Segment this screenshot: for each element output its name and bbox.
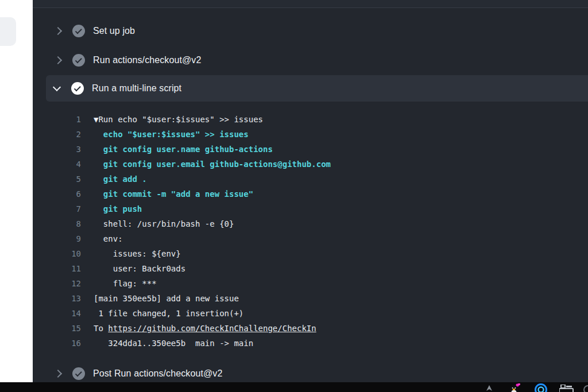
log-line: 12 flag: *** bbox=[33, 276, 588, 291]
log-line-content: [main 350ee5b] add a new issue bbox=[94, 291, 239, 306]
log-line: 3 git config user.name github-actions bbox=[33, 142, 588, 157]
line-number[interactable]: 9 bbox=[33, 231, 81, 246]
line-number[interactable]: 2 bbox=[33, 127, 81, 142]
line-number[interactable]: 14 bbox=[33, 306, 81, 321]
log-text: flag: *** bbox=[94, 279, 157, 288]
panel-header-band bbox=[33, 0, 588, 8]
log-line-content: user: Backr0ads bbox=[94, 261, 185, 276]
step-row-set-up-job[interactable]: Set up job bbox=[33, 18, 588, 44]
log-line: 14 1 file changed, 1 insertion(+) bbox=[33, 306, 588, 321]
line-number[interactable]: 11 bbox=[33, 261, 81, 276]
chevron-down-icon[interactable] bbox=[53, 83, 61, 91]
log-line: 1▼Run echo "$user:$issues" >> issues bbox=[33, 112, 588, 127]
partial-circle-icon[interactable] bbox=[581, 385, 588, 392]
log-text: git config user.name github-actions bbox=[94, 145, 273, 154]
printer-icon[interactable] bbox=[559, 385, 575, 392]
log-text: 1 file changed, 1 insertion(+) bbox=[94, 309, 243, 318]
log-line-content: git push bbox=[94, 201, 142, 216]
step-row-run-a-multi-line-script[interactable]: Run a multi-line script bbox=[46, 75, 588, 102]
line-number[interactable]: 4 bbox=[33, 157, 81, 172]
log-link[interactable]: https://github.com/CheckInChallenge/Chec… bbox=[108, 324, 316, 333]
check-circle-icon bbox=[71, 82, 84, 95]
log-line: 13[main 350ee5b] add a new issue bbox=[33, 291, 588, 306]
screen: Set up jobRun actions/checkout@v2Run a m… bbox=[0, 0, 588, 392]
paper-plane-icon[interactable] bbox=[486, 385, 493, 392]
step-row-post-run-actions-checkout-v2[interactable]: Post Run actions/checkout@v2 bbox=[33, 360, 588, 382]
log-line: 6 git commit -m "add a new issue" bbox=[33, 187, 588, 201]
line-number[interactable]: 7 bbox=[33, 201, 81, 216]
check-circle-icon bbox=[72, 25, 85, 37]
step-label: Run actions/checkout@v2 bbox=[93, 55, 201, 65]
log-text: Run echo "$user:$issues" >> issues bbox=[98, 115, 263, 124]
log-text: git config user.email github-actions@git… bbox=[94, 160, 331, 169]
log-text: To bbox=[94, 324, 108, 333]
log-line-content: flag: *** bbox=[94, 276, 157, 291]
chevron-right-icon[interactable] bbox=[54, 369, 62, 377]
log-line-content: 324dda1..350ee5b main -> main bbox=[94, 336, 253, 351]
log-text: user: Backr0ads bbox=[94, 264, 185, 273]
windows-taskbar bbox=[0, 382, 588, 392]
log-line: 7 git push bbox=[33, 201, 588, 216]
check-circle-icon bbox=[72, 367, 85, 380]
log-line: 2 echo "$user:$issues" >> issues bbox=[33, 127, 588, 142]
check-circle-icon bbox=[72, 54, 85, 67]
step-label: Post Run actions/checkout@v2 bbox=[93, 368, 222, 379]
log-line-content: echo "$user:$issues" >> issues bbox=[94, 127, 249, 142]
log-text: [main 350ee5b] add a new issue bbox=[94, 294, 239, 303]
log-text: git push bbox=[94, 204, 142, 214]
at-circle-icon[interactable] bbox=[534, 383, 548, 392]
line-number[interactable]: 8 bbox=[33, 216, 81, 231]
log-line: 5 git add . bbox=[33, 172, 588, 187]
log-line-content: git commit -m "add a new issue" bbox=[94, 187, 253, 201]
log-text: git add . bbox=[94, 174, 147, 184]
chevron-right-icon[interactable] bbox=[54, 26, 62, 34]
step-row-run-actions-checkout-v2[interactable]: Run actions/checkout@v2 bbox=[33, 47, 588, 73]
line-number[interactable]: 12 bbox=[33, 276, 81, 291]
log-line-content: git config user.name github-actions bbox=[94, 142, 273, 157]
steps-list: Set up jobRun actions/checkout@v2Run a m… bbox=[33, 18, 588, 382]
log-line: 8 shell: /usr/bin/bash -e {0} bbox=[33, 216, 588, 231]
step-label: Run a multi-line script bbox=[92, 83, 181, 94]
log-text: shell: /usr/bin/bash -e {0} bbox=[94, 219, 234, 228]
log-line-content: issues: ${env} bbox=[94, 246, 181, 261]
line-number[interactable]: 6 bbox=[33, 187, 81, 201]
log-line: 15To https://github.com/CheckInChallenge… bbox=[33, 321, 588, 336]
chevron-right-icon[interactable] bbox=[54, 56, 62, 64]
penguin-icon[interactable] bbox=[509, 383, 520, 392]
log-text: git commit -m "add a new issue" bbox=[94, 189, 253, 199]
log-line: 9 env: bbox=[33, 231, 588, 246]
log-line: 16 324dda1..350ee5b main -> main bbox=[33, 336, 588, 351]
log-line: 4 git config user.email github-actions@g… bbox=[33, 157, 588, 172]
log-line-content: git config user.email github-actions@git… bbox=[94, 157, 331, 172]
log-line-content: To https://github.com/CheckInChallenge/C… bbox=[94, 321, 316, 336]
log-text: 324dda1..350ee5b main -> main bbox=[94, 339, 253, 348]
browser-side-tab[interactable] bbox=[0, 17, 16, 46]
line-number[interactable]: 13 bbox=[33, 291, 81, 306]
step-label: Set up job bbox=[93, 26, 135, 36]
left-white-strip bbox=[0, 0, 33, 382]
log-text: echo "$user:$issues" >> issues bbox=[94, 130, 249, 139]
log-text: issues: ${env} bbox=[94, 249, 181, 258]
log-line-content: 1 file changed, 1 insertion(+) bbox=[94, 306, 243, 321]
line-number[interactable]: 15 bbox=[33, 321, 81, 336]
log-line-content: ▼Run echo "$user:$issues" >> issues bbox=[94, 112, 263, 127]
line-number[interactable]: 10 bbox=[33, 246, 81, 261]
line-number[interactable]: 1 bbox=[33, 112, 81, 127]
log-text: env: bbox=[94, 234, 123, 243]
log-line: 10 issues: ${env} bbox=[33, 246, 588, 261]
log-line-content: env: bbox=[94, 231, 123, 246]
actions-log-panel: Set up jobRun actions/checkout@v2Run a m… bbox=[33, 0, 588, 382]
log-line: 11 user: Backr0ads bbox=[33, 261, 588, 276]
log-line-content: git add . bbox=[94, 172, 147, 187]
log-line-content: shell: /usr/bin/bash -e {0} bbox=[94, 216, 234, 231]
line-number[interactable]: 16 bbox=[33, 336, 81, 351]
line-number[interactable]: 5 bbox=[33, 172, 81, 187]
line-number[interactable]: 3 bbox=[33, 142, 81, 157]
log-output: 1▼Run echo "$user:$issues" >> issues2 ec… bbox=[33, 112, 588, 351]
